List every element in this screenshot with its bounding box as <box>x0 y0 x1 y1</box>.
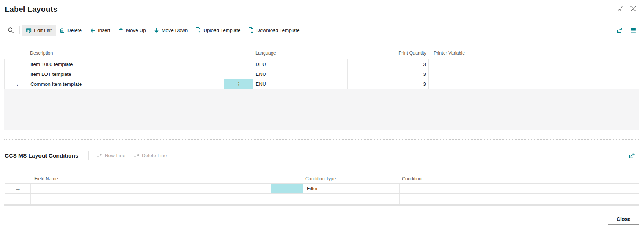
delete-label: Delete <box>67 27 82 33</box>
printer-variable-cell[interactable] <box>429 69 639 79</box>
row-selector-cell[interactable]: → <box>5 79 28 89</box>
insert-label: Insert <box>98 27 110 33</box>
conditions-section-header: CCS MS Layout Conditions New Line Delete… <box>0 148 644 163</box>
delete-button[interactable]: Delete <box>56 25 86 36</box>
share-icon[interactable] <box>617 27 623 33</box>
titlebar: Label Layouts <box>0 0 644 25</box>
cell-menu-cell-active[interactable]: ⋮ <box>224 79 253 89</box>
collapse-icon[interactable] <box>618 5 624 12</box>
condition-type-cell[interactable] <box>303 194 400 204</box>
edit-cell[interactable] <box>271 194 303 204</box>
column-header-printer-variable[interactable]: Printer Variable <box>434 49 465 58</box>
table-row[interactable] <box>5 194 639 204</box>
toolbar-divider <box>19 26 20 34</box>
printer-variable-cell[interactable] <box>429 59 639 69</box>
move-up-button[interactable]: Move Up <box>114 25 150 36</box>
empty-rows-area <box>4 89 639 130</box>
column-header-language[interactable]: Language <box>255 49 276 58</box>
table-row-selected[interactable]: → Common Item template ⋮ ENU 3 <box>5 79 639 89</box>
label-layouts-table: Item 1000 template DEU 3 Item LOT templa… <box>4 59 639 89</box>
table-row[interactable]: Item LOT template ENU 3 <box>5 69 639 79</box>
delete-line-button[interactable]: Delete Line <box>129 153 171 158</box>
table-row[interactable]: Item 1000 template DEU 3 <box>5 59 639 69</box>
new-line-label: New Line <box>105 153 125 158</box>
row-selector-cell[interactable] <box>5 59 28 69</box>
upload-template-label: Upload Template <box>203 27 240 33</box>
trash-icon <box>60 27 65 33</box>
printer-variable-cell[interactable] <box>429 79 639 89</box>
row-selector-cell[interactable]: → <box>5 184 31 193</box>
print-quantity-cell[interactable]: 3 <box>348 79 429 89</box>
language-cell[interactable]: DEU <box>253 59 348 69</box>
close-icon[interactable] <box>630 5 637 12</box>
print-quantity-cell[interactable]: 3 <box>348 59 429 69</box>
page-download-icon <box>249 27 254 33</box>
edit-list-button[interactable]: Edit List <box>22 25 56 36</box>
page-title: Label Layouts <box>5 5 58 14</box>
language-cell[interactable]: ENU <box>253 69 348 79</box>
insert-button[interactable]: Insert <box>86 25 114 36</box>
toolbar-right-icons <box>617 25 644 36</box>
arrow-left-icon <box>90 28 95 33</box>
label-layouts-window: Label Layouts Edit List Delete <box>0 0 644 229</box>
field-name-cell[interactable] <box>31 184 271 193</box>
action-toolbar: Edit List Delete Insert Move Up Move Dow <box>0 25 644 36</box>
move-down-button[interactable]: Move Down <box>150 25 192 36</box>
delete-line-label: Delete Line <box>142 153 167 158</box>
new-line-icon <box>96 153 102 158</box>
new-line-button[interactable]: New Line <box>92 153 129 158</box>
column-header-field-name[interactable]: Field Name <box>34 175 58 182</box>
active-edit-cell[interactable] <box>271 184 303 193</box>
arrow-down-icon <box>154 27 159 33</box>
part-bottom-border <box>4 204 639 206</box>
search-icon[interactable] <box>4 25 17 36</box>
section-title: CCS MS Layout Conditions <box>5 152 78 159</box>
page-upload-icon <box>196 27 201 33</box>
layout-conditions-table: → Filter <box>5 183 639 204</box>
row-selector-cell[interactable] <box>5 69 28 79</box>
upload-template-button[interactable]: Upload Template <box>192 25 244 36</box>
move-up-label: Move Up <box>126 27 146 33</box>
section-divider <box>88 151 89 160</box>
column-header-description[interactable]: Description <box>30 49 53 58</box>
column-header-condition[interactable]: Condition <box>402 175 422 182</box>
table-row-selected[interactable]: → Filter <box>5 184 639 194</box>
column-header-print-quantity[interactable]: Print Quantity <box>348 49 426 58</box>
condition-cell[interactable] <box>400 184 639 193</box>
selected-row-arrow: → <box>15 185 21 192</box>
language-cell[interactable]: ENU <box>253 79 348 89</box>
description-cell[interactable]: Common Item template <box>28 79 224 89</box>
selected-row-arrow: → <box>14 81 19 87</box>
description-cell[interactable]: Item 1000 template <box>28 59 224 69</box>
condition-type-cell[interactable]: Filter <box>303 184 400 193</box>
dotted-divider <box>4 139 639 140</box>
move-down-label: Move Down <box>162 27 188 33</box>
arrow-up-icon <box>118 27 124 33</box>
window-controls <box>618 5 637 12</box>
list-view-icon[interactable] <box>630 27 636 33</box>
edit-list-icon <box>26 27 32 33</box>
condition-cell[interactable] <box>400 194 639 204</box>
edit-list-label: Edit List <box>34 27 52 33</box>
download-template-label: Download Template <box>256 27 299 33</box>
field-name-cell[interactable] <box>31 194 271 204</box>
description-cell[interactable]: Item LOT template <box>28 69 224 79</box>
cell-menu-cell[interactable] <box>224 69 253 79</box>
delete-line-icon <box>133 153 139 158</box>
vertical-ellipsis-icon[interactable]: ⋮ <box>236 82 241 86</box>
column-header-condition-type[interactable]: Condition Type <box>305 175 336 182</box>
print-quantity-cell[interactable]: 3 <box>348 69 429 79</box>
row-selector-cell[interactable] <box>5 194 31 204</box>
download-template-button[interactable]: Download Template <box>244 25 303 36</box>
share-icon[interactable] <box>629 152 644 159</box>
close-button[interactable]: Close <box>608 214 639 225</box>
cell-menu-cell[interactable] <box>224 59 253 69</box>
